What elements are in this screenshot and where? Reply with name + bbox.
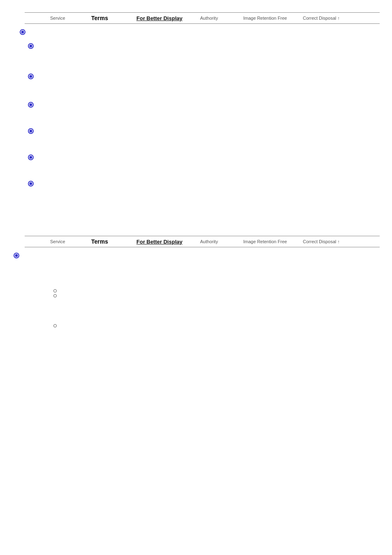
header-terms-2: Terms [90, 238, 136, 245]
radio-small-button[interactable] [53, 294, 57, 297]
bottom-section: Service Terms For Better Display Authori… [12, 236, 380, 327]
radio-small-button[interactable] [53, 289, 57, 292]
table-row [25, 128, 380, 134]
header-image-1: Image Retention Free [242, 16, 302, 21]
header-service-2: Service [49, 239, 90, 244]
radio-button[interactable] [28, 154, 34, 160]
radio-small-button[interactable] [53, 324, 57, 327]
header-disposal-2: Correct Disposal ↑ [302, 239, 351, 244]
table-row [25, 102, 380, 108]
page-container: Service Terms For Better Display Authori… [0, 0, 392, 342]
bottom-table-data [12, 249, 380, 327]
table-row [25, 181, 380, 187]
radio-button[interactable] [28, 74, 34, 79]
bottom-table-header: Service Terms For Better Display Authori… [25, 236, 380, 247]
header-disposal-1: Correct Disposal ↑ [302, 16, 351, 21]
header-authority-1: Authority [199, 16, 242, 21]
table-row [12, 253, 380, 258]
top-table-header: Service Terms For Better Display Authori… [25, 12, 380, 24]
table-row [25, 154, 380, 160]
header-display-1: For Better Display [136, 15, 199, 21]
radio-button[interactable] [20, 29, 25, 35]
header-terms-1: Terms [90, 15, 136, 21]
radio-button[interactable] [14, 253, 19, 258]
header-display-2: For Better Display [136, 239, 199, 245]
radio-button[interactable] [28, 43, 34, 49]
radio-button[interactable] [28, 128, 34, 134]
header-service-1: Service [49, 16, 90, 21]
header-image-2: Image Retention Free [242, 239, 302, 244]
top-table-data [12, 26, 380, 187]
radio-button[interactable] [28, 102, 34, 108]
table-row [53, 324, 380, 327]
table-row [53, 289, 380, 297]
table-row [25, 74, 380, 79]
radio-button[interactable] [28, 181, 34, 187]
table-row [25, 43, 380, 49]
table-row [16, 29, 380, 35]
top-section: Service Terms For Better Display Authori… [12, 12, 380, 187]
header-authority-2: Authority [199, 239, 242, 244]
